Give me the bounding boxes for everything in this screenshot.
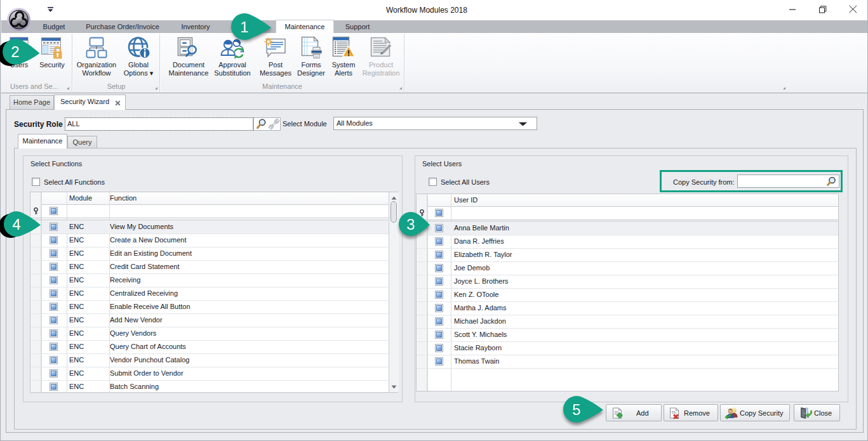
svg-text:1: 1 xyxy=(240,18,248,36)
svg-text:2: 2 xyxy=(11,43,19,60)
svg-text:5: 5 xyxy=(572,401,580,418)
svg-text:3: 3 xyxy=(406,216,415,233)
svg-text:4: 4 xyxy=(12,216,20,233)
